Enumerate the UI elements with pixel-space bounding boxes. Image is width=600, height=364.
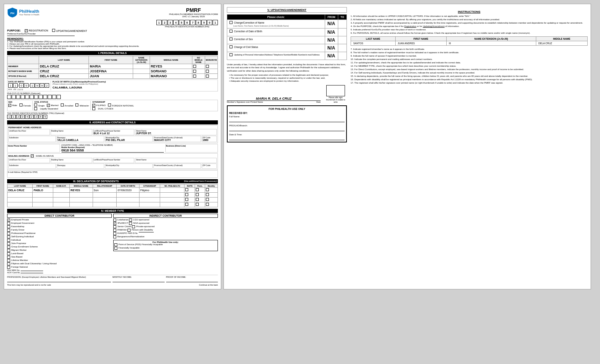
- day-1: 0: [19, 83, 24, 88]
- mothers-row: MOTHER'S MAIDEN NAME CRUZ JOSEFINA SORIA…: [8, 69, 218, 74]
- pro-field[interactable]: [229, 127, 345, 131]
- update-checkbox-5[interactable]: [230, 53, 232, 56]
- annulled-option[interactable]: Annulled: [61, 103, 74, 107]
- dependent-row-1: DELA CRUZ PABLO REYES Son 07/08/2020 Fil…: [8, 188, 218, 193]
- mothers-no-middle-checkbox[interactable]: [193, 70, 196, 73]
- single-checkbox[interactable]: [34, 103, 37, 106]
- migrant-checkbox[interactable]: [7, 249, 10, 252]
- proof-field[interactable]: [166, 279, 218, 282]
- profession-field[interactable]: [7, 279, 111, 282]
- foreign-national-checkbox[interactable]: [7, 266, 10, 269]
- tin-box-9: 5: [43, 115, 47, 119]
- dep2-monthly: [205, 193, 218, 198]
- bangsamoro-item: Bangsamoro/Normalization: [113, 235, 218, 238]
- registration-checkbox[interactable]: [25, 29, 28, 32]
- member-row: MEMBER DELA CRUZ MARIA REYES: [8, 64, 218, 69]
- member-first-name: MARIA: [89, 64, 133, 69]
- right-content: V. UPDATING/AMENDMENT Please check: FROM…: [227, 7, 588, 142]
- married-option[interactable]: Married: [47, 104, 58, 107]
- filipino-checkbox[interactable]: [92, 104, 95, 107]
- legally-separated-option: Legally Separated: [34, 107, 89, 110]
- update-row-4: Change of Civil Status N/A: [227, 44, 347, 52]
- sole-proprietor-checkbox[interactable]: [7, 242, 10, 245]
- pmrf-title-area: PMRF PHILHEALTH MEMBER REGISTRATION FORM…: [169, 7, 218, 18]
- dual-citizen-checkbox[interactable]: [7, 262, 10, 265]
- annulled-checkbox[interactable]: [61, 103, 64, 106]
- married-checkbox[interactable]: [47, 104, 50, 107]
- member-no-middle-checkbox[interactable]: [193, 65, 196, 68]
- update-checkbox-1[interactable]: [230, 21, 232, 24]
- pos-checkbox[interactable]: [114, 243, 117, 246]
- mailing-municipality: Municipality/City: [105, 163, 153, 169]
- kia-checkbox[interactable]: [113, 232, 116, 235]
- update-checkbox-4[interactable]: [230, 45, 232, 48]
- monthly-income-field[interactable]: [112, 279, 165, 282]
- widow-option[interactable]: Widow/er: [75, 103, 89, 107]
- dep4-last: [8, 202, 33, 207]
- mothers-mononym-checkbox[interactable]: [206, 70, 209, 73]
- female-option[interactable]: Female: [20, 103, 31, 107]
- employed-government-checkbox[interactable]: [7, 222, 10, 225]
- filipino-option[interactable]: FILIPINO: [92, 104, 106, 107]
- 4ps-checkbox[interactable]: [113, 222, 116, 225]
- kasambahay-checkbox[interactable]: [7, 225, 10, 228]
- nga-checkbox[interactable]: [129, 222, 132, 225]
- legally-separated-checkbox[interactable]: [34, 107, 37, 110]
- philsys-box-11: [52, 95, 56, 99]
- full-name-field[interactable]: [229, 118, 345, 122]
- lgu-checkbox[interactable]: [129, 219, 132, 222]
- dep4-dob: [117, 202, 140, 207]
- single-option[interactable]: Single: [34, 103, 44, 107]
- purpose-label: PURPOSE:: [7, 29, 21, 32]
- spouse-mononym-checkbox[interactable]: [206, 75, 209, 78]
- ex-first: JUAN ANDRES: [395, 41, 446, 46]
- family-driver-checkbox[interactable]: [7, 229, 10, 232]
- individual-checkbox[interactable]: [7, 239, 10, 242]
- date-time-field[interactable]: [229, 136, 345, 140]
- land-based-checkbox[interactable]: [7, 252, 10, 255]
- female-checkbox[interactable]: [20, 103, 22, 106]
- full-name-section: Full Name:: [229, 115, 345, 122]
- bangsamoro-checkbox[interactable]: [113, 235, 116, 238]
- dual-checkbox[interactable]: [92, 107, 95, 110]
- dep4-nhts: [184, 202, 195, 207]
- private-sponsored-checkbox[interactable]: [132, 225, 135, 228]
- updating-checkbox[interactable]: [52, 29, 55, 32]
- self-earning-checkbox[interactable]: [7, 235, 10, 238]
- widow-checkbox[interactable]: [75, 103, 78, 106]
- group-enrollment-checkbox[interactable]: [7, 246, 10, 249]
- received-by-label: RECEIVED BY:: [229, 112, 345, 114]
- philsys-box-3: [16, 95, 20, 99]
- pmrf-uhc: UHC v.1 January 2020: [169, 15, 218, 18]
- update-checkbox-2[interactable]: [230, 30, 232, 33]
- philsys-box-7: [34, 95, 38, 99]
- lifetime-checkbox[interactable]: [7, 259, 10, 262]
- employed-private-checkbox[interactable]: [7, 219, 10, 222]
- male-checkbox[interactable]: [8, 104, 11, 107]
- member-sig-label: Member's Signature over Printed Name: [227, 101, 263, 103]
- dep2-middle: [70, 193, 93, 198]
- svg-text:PH: PH: [10, 12, 14, 15]
- mailing-checkbox[interactable]: [31, 154, 34, 157]
- male-option[interactable]: Male: [8, 104, 17, 107]
- update-checkbox-3[interactable]: [230, 37, 232, 40]
- sea-based-checkbox[interactable]: [7, 256, 10, 259]
- professional-checkbox[interactable]: [7, 232, 10, 235]
- spouse-no-middle-checkbox[interactable]: [193, 75, 196, 78]
- senior-checkbox[interactable]: [113, 225, 116, 228]
- instruction-6: 6. For PERSONAL DETAILS, all name entrie…: [351, 32, 588, 34]
- pamana-checkbox[interactable]: [113, 229, 116, 232]
- fi-checkbox[interactable]: [114, 247, 117, 250]
- family-driver-item: Family Driver: [7, 229, 112, 232]
- member-mononym-checkbox[interactable]: [206, 65, 209, 68]
- member-middle-name: REYES: [150, 64, 192, 69]
- listahanan-checkbox[interactable]: [113, 219, 116, 222]
- pwd-checkbox[interactable]: [128, 229, 130, 232]
- dep1-perm: [195, 188, 205, 193]
- foreign-option[interactable]: FOREIGN NATIONAL: [108, 103, 134, 107]
- dep-col-c1: Perm.: [195, 184, 205, 188]
- thumbmark-box: [326, 85, 345, 96]
- foreign-checkbox[interactable]: [108, 103, 111, 106]
- reminder-4: 4. Please read instructions at the back …: [7, 47, 218, 49]
- mothers-last-name: CRUZ: [39, 69, 89, 74]
